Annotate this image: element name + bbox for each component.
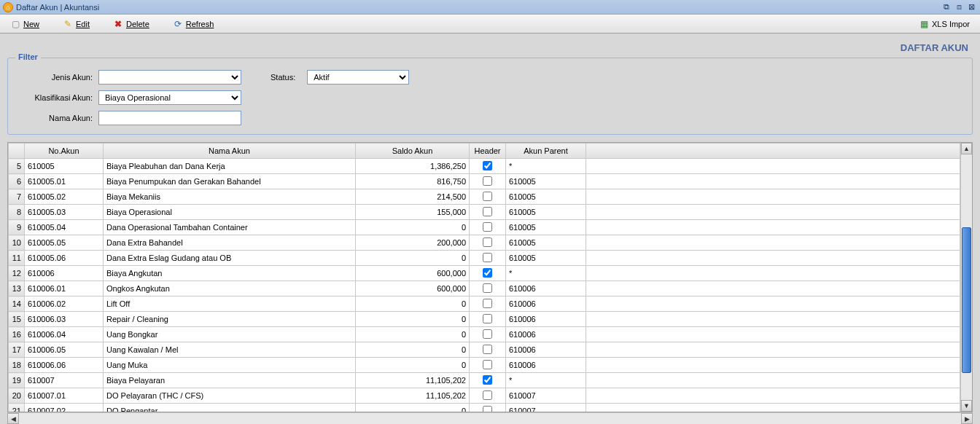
cell-nama-akun: Biaya Pelayaran <box>104 373 356 388</box>
close-icon[interactable]: ⊠ <box>965 2 977 12</box>
hscroll-track[interactable] <box>19 413 961 424</box>
cell-parent: 610006 <box>506 297 586 312</box>
scroll-track[interactable] <box>961 154 972 400</box>
header-checkbox[interactable] <box>483 283 492 293</box>
refresh-button[interactable]: ⟳ Refresh <box>167 16 220 32</box>
scroll-right-icon[interactable]: ▶ <box>961 413 973 424</box>
row-index: 13 <box>9 281 25 297</box>
row-index: 11 <box>9 251 25 266</box>
cell-saldo: 0 <box>356 297 470 312</box>
vertical-scrollbar[interactable]: ▲ ▼ <box>960 143 972 412</box>
header-checkbox[interactable] <box>483 253 492 262</box>
delete-icon: ✖ <box>113 19 123 29</box>
table-row[interactable]: 7610005.02Biaya Mekaniis214,500610005 <box>9 189 960 205</box>
klasifikasi-akun-label: Klasifikasi Akun: <box>18 93 98 102</box>
header-checkbox[interactable] <box>483 345 492 354</box>
filter-legend: Filter <box>15 52 41 61</box>
table-row[interactable]: 15610006.03Repair / Cleaning0610006 <box>9 312 960 327</box>
header-checkbox[interactable] <box>483 314 492 323</box>
cell-no-akun: 610005.01 <box>25 174 104 189</box>
cell-saldo: 600,000 <box>356 266 470 281</box>
cell-no-akun: 610006 <box>25 266 104 281</box>
table-row[interactable]: 16610006.04Uang Bongkar0610006 <box>9 327 960 342</box>
col-header-nama[interactable]: Nama Akun <box>104 144 356 159</box>
klasifikasi-akun-select[interactable]: Biaya Operasional <box>98 90 241 105</box>
cell-saldo: 0 <box>356 342 470 358</box>
header-checkbox[interactable] <box>483 207 492 216</box>
header-checkbox[interactable] <box>483 222 492 232</box>
cell-blank <box>586 220 960 235</box>
restore-out-icon[interactable]: ⧉ <box>941 2 952 12</box>
table-row[interactable]: 14610006.02Lift Off0610006 <box>9 297 960 312</box>
jenis-akun-select[interactable] <box>98 70 241 85</box>
header-checkbox[interactable] <box>483 329 492 339</box>
table-row[interactable]: 10610005.05Dana Extra Bahandel200,000610… <box>9 235 960 251</box>
cell-parent: 610007 <box>506 388 586 404</box>
cell-parent: 610006 <box>506 312 586 327</box>
scroll-down-icon[interactable]: ▼ <box>961 400 972 412</box>
table-row[interactable]: 19610007Biaya Pelayaran11,105,202* <box>9 373 960 388</box>
cell-no-akun: 610007.02 <box>25 404 104 412</box>
scroll-left-icon[interactable]: ◀ <box>7 413 19 424</box>
status-select[interactable]: Aktif <box>307 70 409 85</box>
table-row[interactable]: 13610006.01Ongkos Angkutan600,000610006 <box>9 281 960 297</box>
header-checkbox[interactable] <box>483 299 492 308</box>
edit-label: Edit <box>76 20 90 28</box>
table-row[interactable]: 12610006Biaya Angkutan600,000* <box>9 266 960 281</box>
cell-no-akun: 610005 <box>25 159 104 174</box>
cell-blank <box>586 266 960 281</box>
cell-blank <box>586 251 960 266</box>
cell-saldo: 0 <box>356 251 470 266</box>
header-checkbox[interactable] <box>483 192 492 201</box>
cell-blank <box>586 358 960 373</box>
cell-blank <box>586 235 960 251</box>
scroll-up-icon[interactable]: ▲ <box>961 143 972 154</box>
header-checkbox[interactable] <box>483 237 492 247</box>
app-icon: ⌂ <box>3 2 13 12</box>
edit-button[interactable]: ✎ Edit <box>57 16 96 32</box>
page-title: DAFTAR AKUN <box>7 39 973 58</box>
table-row[interactable]: 20610007.01DO Pelayaran (THC / CFS)11,10… <box>9 388 960 404</box>
col-header-blank <box>586 144 960 159</box>
cell-blank <box>586 342 960 358</box>
cell-header <box>470 358 506 373</box>
nama-akun-input[interactable] <box>98 111 241 125</box>
table-row[interactable]: 17610006.05Uang Kawalan / Mel0610006 <box>9 342 960 358</box>
table-row[interactable]: 11610005.06Dana Extra Eslag Gudang atau … <box>9 251 960 266</box>
cell-parent: 610005 <box>506 220 586 235</box>
scroll-thumb[interactable] <box>962 227 971 373</box>
table-row[interactable]: 6610005.01Biaya Penumpukan dan Gerakan B… <box>9 174 960 189</box>
header-checkbox[interactable] <box>483 406 492 412</box>
header-checkbox[interactable] <box>483 176 492 186</box>
cell-saldo: 155,000 <box>356 205 470 220</box>
delete-button[interactable]: ✖ Delete <box>107 16 155 32</box>
col-header-no[interactable]: No.Akun <box>25 144 104 159</box>
table-row[interactable]: 9610005.04Dana Operasional Tambahan Cont… <box>9 220 960 235</box>
restore-in-icon[interactable]: ⧈ <box>953 2 965 12</box>
table-row[interactable]: 18610006.06Uang Muka0610006 <box>9 358 960 373</box>
col-header-parent[interactable]: Akun Parent <box>506 144 586 159</box>
table-row[interactable]: 21610007.02DO Pengantar0610007 <box>9 404 960 412</box>
new-button[interactable]: ▢ New <box>4 16 45 32</box>
cell-header <box>470 205 506 220</box>
cell-nama-akun: Biaya Pleabuhan dan Dana Kerja <box>104 159 356 174</box>
header-checkbox[interactable] <box>483 375 492 385</box>
cell-saldo: 0 <box>356 312 470 327</box>
col-header-saldo[interactable]: Saldo Akun <box>356 144 470 159</box>
xls-import-button[interactable]: ▦ XLS Impor <box>913 16 976 32</box>
refresh-icon: ⟳ <box>173 19 183 29</box>
table-row[interactable]: 5610005Biaya Pleabuhan dan Dana Kerja1,3… <box>9 159 960 174</box>
header-checkbox[interactable] <box>483 360 492 369</box>
header-checkbox[interactable] <box>483 161 492 170</box>
header-checkbox[interactable] <box>483 390 492 400</box>
table-row[interactable]: 8610005.03Biaya Operasional155,000610005 <box>9 205 960 220</box>
horizontal-scrollbar[interactable]: ◀ ▶ <box>7 412 973 424</box>
cell-nama-akun: Uang Bongkar <box>104 327 356 342</box>
header-checkbox[interactable] <box>483 268 492 278</box>
xls-label: XLS Impor <box>932 20 970 28</box>
cell-blank <box>586 312 960 327</box>
cell-header <box>470 281 506 297</box>
col-header-header[interactable]: Header <box>470 144 506 159</box>
cell-parent: * <box>506 373 586 388</box>
col-header-index[interactable] <box>9 144 25 159</box>
